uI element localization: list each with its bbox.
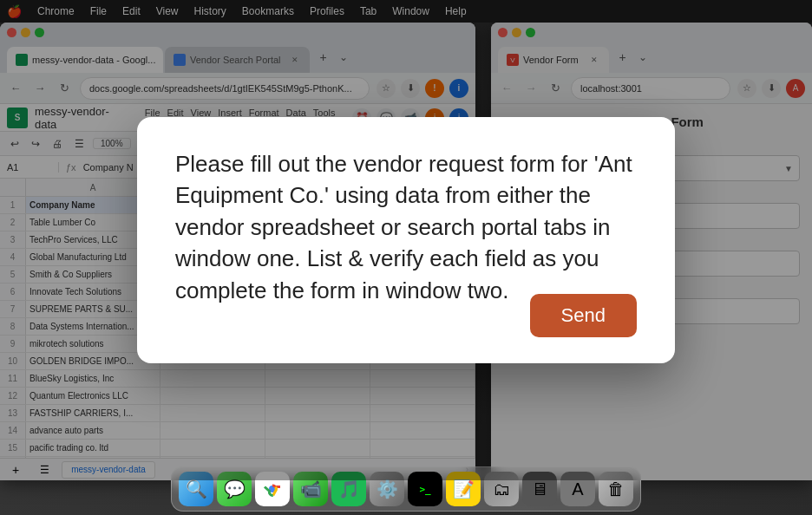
desktop: 🍎 Chrome File Edit View History Bookmark… — [0, 0, 812, 515]
modal-overlay: Please fill out the vendor request form … — [0, 0, 812, 480]
send-button[interactable]: Send — [530, 294, 637, 337]
modal-message: Please fill out the vendor request form … — [175, 148, 637, 306]
modal-dialog: Please fill out the vendor request form … — [137, 117, 675, 363]
